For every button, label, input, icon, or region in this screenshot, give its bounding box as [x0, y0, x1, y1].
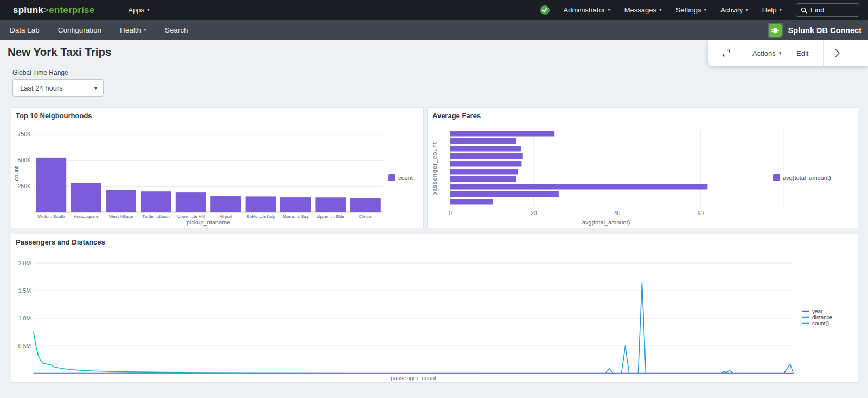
activity-menu[interactable]: Activity▾	[720, 6, 748, 14]
time-range-dropdown[interactable]: Last 24 hours ▾	[12, 79, 104, 97]
caret-down-icon: ▾	[659, 8, 662, 12]
expand-panel-button[interactable]	[832, 48, 843, 58]
nav-item-search[interactable]: Search	[165, 26, 188, 34]
panel-average-fares: Average Fares 0204060avg(total_amount)pa…	[427, 107, 858, 228]
bar[interactable]	[450, 176, 516, 182]
legend-label: year	[812, 309, 823, 314]
y-tick-label: 750K	[17, 131, 31, 137]
bar[interactable]	[450, 138, 516, 144]
legend-label: count	[398, 175, 413, 181]
line-series-distance[interactable]	[34, 283, 793, 373]
search-icon	[801, 7, 807, 14]
legend-label: distance	[812, 314, 833, 320]
bar[interactable]	[315, 197, 346, 212]
x-tick-label: Upper ...t Side	[317, 214, 345, 219]
y-tick-label: 0.5M	[18, 343, 31, 349]
x-axis-title: pickup_ntaname	[187, 219, 231, 226]
toolbar-divider	[823, 40, 824, 66]
panel-top10-neighbourhoods: Top 10 Neigbourhoods 250K500K750KMidto..…	[11, 107, 424, 228]
caret-down-icon: ▾	[144, 28, 146, 33]
app-nav-bar: Data Lab Configuration Health▾ Search Sp…	[0, 20, 868, 40]
dashboard-toolbar: Actions ▾ Edit	[708, 40, 868, 66]
x-axis-title: passenger_count	[391, 375, 436, 381]
legend-label: avg(total_amount)	[783, 175, 831, 181]
bar[interactable]	[450, 146, 521, 152]
x-tick-label: 20	[531, 210, 537, 216]
panel-passengers-distances: Passengers and Distances 0.5M1.0M1.5M2.0…	[11, 234, 858, 383]
nav-item-configuration[interactable]: Configuration	[58, 26, 101, 34]
caret-down-icon: ▾	[745, 8, 748, 12]
top-bar: splunk>enterprise Apps ▾ Administrator▾ …	[0, 0, 868, 20]
apps-menu[interactable]: Apps ▾	[128, 6, 149, 14]
bar[interactable]	[450, 131, 554, 137]
find-input[interactable]	[810, 6, 854, 14]
legend-swatch	[388, 174, 395, 181]
bar[interactable]	[246, 196, 276, 212]
caret-down-icon: ▾	[704, 8, 706, 12]
find-search-box[interactable]	[796, 3, 859, 17]
messages-menu[interactable]: Messages▾	[624, 6, 662, 14]
settings-menu[interactable]: Settings▾	[676, 6, 707, 14]
x-tick-label: SoHo-...le Italy	[246, 214, 275, 219]
bar[interactable]	[450, 153, 523, 159]
bar[interactable]	[350, 198, 381, 212]
actions-button[interactable]: Actions ▾	[752, 40, 781, 66]
fullscreen-button[interactable]	[722, 49, 731, 57]
y-tick-label: 1.5M	[18, 287, 31, 294]
app-name: Splunk DB Connect	[788, 26, 861, 35]
legend-swatch	[773, 174, 780, 181]
chevron-right-icon	[832, 48, 843, 58]
y-tick-label: 250K	[17, 183, 31, 189]
line-series-count[interactable]	[34, 332, 793, 374]
x-tick-label: Turtle ...dtown	[142, 214, 169, 219]
apps-menu-label: Apps	[128, 6, 144, 14]
time-range-label: Global Time Range	[12, 69, 68, 76]
bar[interactable]	[71, 183, 101, 212]
x-tick-label: West Village	[109, 214, 133, 219]
health-status-icon[interactable]	[540, 5, 550, 15]
chart-title: Average Fares	[432, 112, 481, 120]
y-tick-label: 500K	[17, 157, 31, 163]
bar[interactable]	[450, 169, 518, 175]
x-tick-label: 60	[697, 210, 704, 216]
y-tick-label: 1.0M	[18, 315, 31, 322]
y-tick-label: 2.0M	[18, 260, 31, 266]
x-tick-label: 40	[614, 210, 621, 216]
bar[interactable]	[141, 191, 171, 212]
bar[interactable]	[450, 199, 493, 205]
bar[interactable]	[176, 192, 206, 212]
caret-down-icon: ▾	[608, 8, 610, 12]
caret-down-icon: ▾	[779, 51, 782, 56]
x-tick-label: Clinton	[359, 214, 372, 219]
x-tick-label: Airport	[219, 214, 232, 219]
splunk-logo[interactable]: splunk>enterprise	[13, 5, 94, 16]
app-badge-db-connect[interactable]: Splunk DB Connect	[768, 23, 861, 38]
help-menu[interactable]: Help▾	[762, 6, 782, 14]
administrator-menu[interactable]: Administrator▾	[564, 6, 610, 14]
bar[interactable]	[450, 184, 707, 190]
db-connect-plug-icon	[769, 24, 782, 37]
x-axis-title: avg(total_amount)	[582, 219, 630, 226]
x-tick-label: Huds...quare	[74, 214, 99, 219]
chart-title: Top 10 Neigbourhoods	[16, 112, 92, 120]
chart-title: Passengers and Distances	[16, 238, 105, 246]
caret-down-icon: ▾	[94, 85, 97, 91]
bar[interactable]	[210, 196, 241, 212]
x-tick-label: 0	[449, 210, 452, 216]
bar[interactable]	[106, 190, 136, 212]
nav-item-data-lab[interactable]: Data Lab	[10, 26, 40, 34]
chart-average-fares: 0204060avg(total_amount)passenger_counta…	[428, 122, 858, 228]
edit-button[interactable]: Edit	[796, 40, 808, 66]
caret-down-icon: ▾	[779, 8, 782, 12]
bar[interactable]	[36, 158, 66, 212]
nav-item-health[interactable]: Health▾	[120, 26, 146, 34]
bar[interactable]	[450, 191, 559, 197]
chart-passengers-distances: 0.5M1.0M1.5M2.0Mpassenger_countyeardista…	[11, 248, 858, 383]
bar[interactable]	[280, 197, 311, 212]
x-tick-label: Midto... South	[38, 214, 65, 219]
bar[interactable]	[450, 161, 521, 167]
x-tick-label: Upper ...ie Hill	[177, 214, 205, 219]
expand-icon	[722, 49, 731, 57]
x-tick-label: Murra...s Bay	[283, 214, 309, 219]
legend-label: count()	[812, 320, 829, 326]
